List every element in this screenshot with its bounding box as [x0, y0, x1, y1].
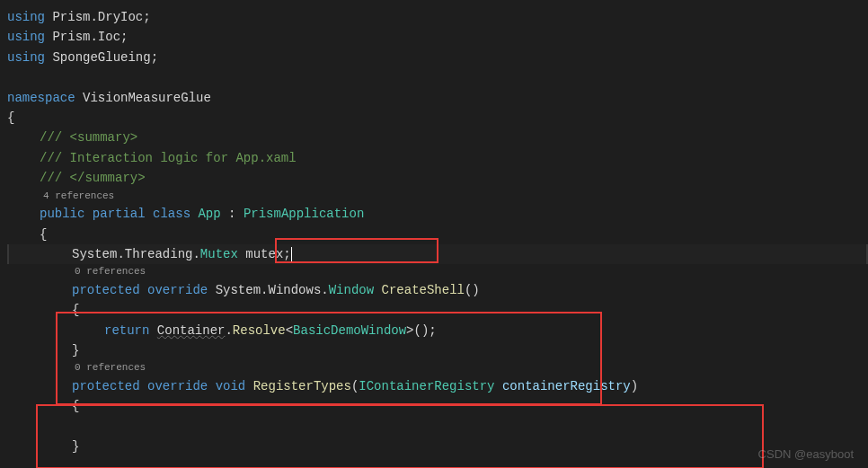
brace: { — [7, 108, 868, 128]
xml-doc: /// Interaction logic for App.xaml — [7, 148, 868, 168]
xml-doc: /// <summary> — [7, 128, 868, 147]
codelens-references[interactable]: 0 references — [75, 264, 868, 280]
method-declaration: protected override void RegisterTypes(IC… — [7, 376, 868, 396]
return-statement: return Container.Resolve<BasicDemoWindow… — [7, 321, 868, 340]
brace: } — [7, 340, 868, 360]
brace: { — [7, 396, 868, 416]
codelens-references[interactable]: 4 references — [43, 189, 868, 205]
blank-line — [7, 67, 868, 87]
codelens-references[interactable]: 0 references — [75, 360, 868, 376]
brace: { — [7, 300, 868, 320]
code-line: using Prism.Ioc; — [7, 27, 868, 47]
class-declaration: public partial class App : PrismApplicat… — [7, 204, 868, 224]
field-declaration: System.Threading.Mutex mutex; — [7, 244, 868, 264]
text-caret — [291, 247, 292, 261]
xml-doc: /// </summary> — [7, 168, 868, 188]
method-declaration: protected override System.Windows.Window… — [7, 280, 868, 300]
namespace-decl: namespace VisionMeasureGlue — [7, 88, 868, 108]
blank-line — [7, 417, 868, 437]
code-line: using Prism.DryIoc; — [7, 7, 868, 27]
code-line: using SpongeGlueing; — [7, 48, 868, 67]
brace: } — [7, 437, 868, 456]
brace: { — [7, 225, 868, 244]
watermark-text: CSDN @easyboot — [758, 447, 854, 461]
code-editor[interactable]: using Prism.DryIoc; using Prism.Ioc; usi… — [0, 0, 868, 457]
